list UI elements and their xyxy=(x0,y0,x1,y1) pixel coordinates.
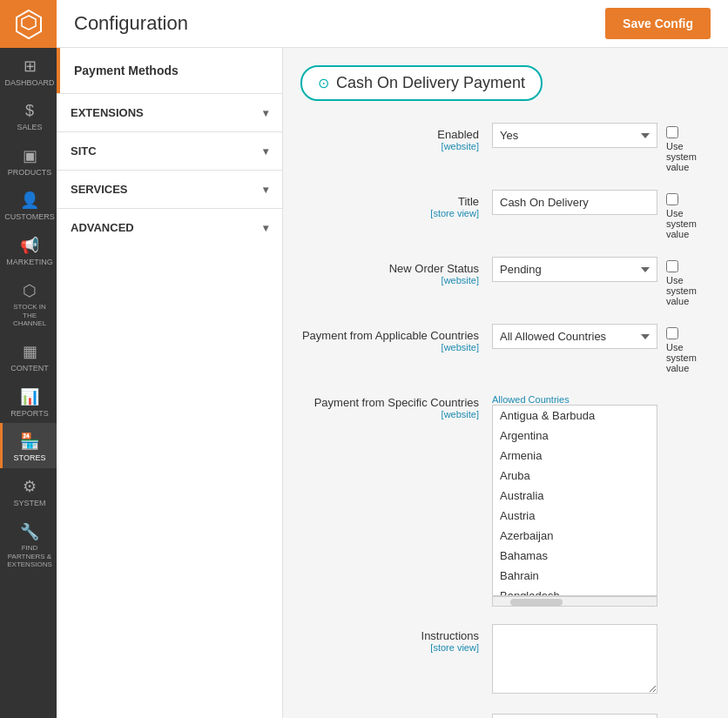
extensions-section: EXTENSIONS ▾ xyxy=(57,93,282,131)
new-order-status-system-value-label: Use system value xyxy=(666,275,711,306)
sidebar-item-label: DASHBOARD xyxy=(5,78,55,88)
instructions-label: Instructions [store view] xyxy=(300,624,492,653)
find-partners-icon: 🔧 xyxy=(20,522,39,541)
applicable-countries-system-value-wrap: Use system value xyxy=(657,324,711,373)
stock-icon: ⬡ xyxy=(23,281,37,300)
countries-listbox[interactable]: Antigua & Barbuda Argentina Armenia Arub… xyxy=(492,405,657,596)
sidebar-item-reports[interactable]: 📊 REPORTS xyxy=(0,379,57,424)
sidebar-item-find-partners[interactable]: 🔧 FIND PARTNERS & EXTENSIONS xyxy=(0,513,57,574)
section-heading[interactable]: ⊙ Cash On Delivery Payment xyxy=(300,65,543,101)
content-icon: ▦ xyxy=(23,342,37,361)
sidebar: ⊞ DASHBOARD $ SALES ▣ PRODUCTS 👤 CUSTOME… xyxy=(0,0,57,718)
horizontal-scrollbar[interactable] xyxy=(492,596,657,607)
title-system-value-checkbox[interactable] xyxy=(666,193,678,205)
content-area: Payment Methods EXTENSIONS ▾ SITC ▾ SERV… xyxy=(57,48,728,718)
applicable-countries-label: Payment from Applicable Countries [websi… xyxy=(300,324,492,352)
sidebar-item-dashboard[interactable]: ⊞ DASHBOARD xyxy=(0,48,57,93)
title-system-value-wrap: Use system value xyxy=(657,190,711,239)
sidebar-item-label: CONTENT xyxy=(10,364,49,373)
payment-methods-nav-item[interactable]: Payment Methods xyxy=(57,48,282,93)
min-order-total-input[interactable] xyxy=(492,714,657,718)
save-config-button[interactable]: Save Config xyxy=(605,8,711,39)
country-item[interactable]: Bahrain xyxy=(493,566,657,586)
sidebar-item-label: SALES xyxy=(17,123,42,132)
extensions-section-header[interactable]: EXTENSIONS ▾ xyxy=(57,94,282,131)
sidebar-item-stock-channel[interactable]: ⬡ STOCK IN THE CHANNEL xyxy=(0,272,57,333)
sidebar-item-label: STOCK IN THE CHANNEL xyxy=(7,303,52,328)
title-system-value-label: Use system value xyxy=(666,208,711,239)
marketing-icon: 📢 xyxy=(20,236,39,255)
enabled-system-value-label: Use system value xyxy=(666,141,711,172)
sitc-section-header[interactable]: SITC ▾ xyxy=(57,132,282,170)
enabled-select[interactable]: Yes No xyxy=(492,123,657,148)
applicable-countries-system-value-label: Use system value xyxy=(666,342,711,373)
country-item[interactable]: Bahamas xyxy=(493,546,657,566)
country-item[interactable]: Antigua & Barbuda xyxy=(493,406,657,426)
specific-countries-row: Payment from Specific Countries [website… xyxy=(300,391,711,607)
sidebar-item-customers[interactable]: 👤 CUSTOMERS xyxy=(0,182,57,227)
min-order-total-row: Minimum Order Total [website] xyxy=(300,714,711,718)
sidebar-item-sales[interactable]: $ SALES xyxy=(0,93,57,138)
sidebar-item-label: FIND PARTNERS & EXTENSIONS xyxy=(7,544,52,569)
services-label: SERVICES xyxy=(71,183,128,196)
country-item[interactable]: Azerbaijan xyxy=(493,526,657,546)
products-icon: ▣ xyxy=(23,146,37,165)
instructions-textarea[interactable] xyxy=(492,624,657,694)
sidebar-item-label: STORES xyxy=(14,453,46,463)
specific-countries-system-value-wrap xyxy=(657,391,711,394)
applicable-countries-system-value-checkbox[interactable] xyxy=(666,327,678,339)
scrollbar-thumb xyxy=(510,599,563,606)
sidebar-item-products[interactable]: ▣ PRODUCTS xyxy=(0,138,57,183)
sitc-section: SITC ▾ xyxy=(57,131,282,170)
sitc-chevron-icon: ▾ xyxy=(263,145,268,158)
system-icon: ⚙ xyxy=(23,477,37,496)
section-heading-text: Cash On Delivery Payment xyxy=(336,74,525,92)
services-section-header[interactable]: SERVICES ▾ xyxy=(57,171,282,208)
new-order-status-label: New Order Status [website] xyxy=(300,257,492,285)
left-nav: Payment Methods EXTENSIONS ▾ SITC ▾ SERV… xyxy=(57,48,283,718)
enabled-label: Enabled [website] xyxy=(300,123,492,151)
sidebar-item-system[interactable]: ⚙ SYSTEM xyxy=(0,468,57,513)
stores-icon: 🏪 xyxy=(20,432,39,451)
country-item[interactable]: Armenia xyxy=(493,446,657,466)
form-area: ⊙ Cash On Delivery Payment Enabled [webs… xyxy=(283,48,728,718)
sidebar-item-label: MARKETING xyxy=(6,258,53,267)
logo xyxy=(0,0,57,48)
advanced-section: ADVANCED ▾ xyxy=(57,208,282,246)
page-title: Configuration xyxy=(74,12,188,35)
reports-icon: 📊 xyxy=(20,387,39,406)
country-item[interactable]: Austria xyxy=(493,506,657,526)
country-item[interactable]: Bangladesh xyxy=(493,586,657,596)
sidebar-item-label: PRODUCTS xyxy=(8,168,52,178)
enabled-row: Enabled [website] Yes No Use system valu… xyxy=(300,123,711,172)
services-chevron-icon: ▾ xyxy=(263,184,268,196)
specific-countries-label: Payment from Specific Countries [website… xyxy=(300,391,492,419)
services-section: SERVICES ▾ xyxy=(57,170,282,208)
new-order-status-system-value-wrap: Use system value xyxy=(657,257,711,306)
title-label: Title [store view] xyxy=(300,190,492,218)
allowed-countries-note: Allowed Countries xyxy=(492,394,657,405)
customers-icon: 👤 xyxy=(20,191,39,210)
country-item[interactable]: Australia xyxy=(493,486,657,506)
sidebar-item-content[interactable]: ▦ CONTENT xyxy=(0,333,57,379)
applicable-countries-select[interactable]: All Allowed Countries Specific Countries xyxy=(492,324,657,349)
new-order-status-row: New Order Status [website] Pending Proce… xyxy=(300,257,711,306)
applicable-countries-control: All Allowed Countries Specific Countries xyxy=(492,324,657,349)
extensions-chevron-icon: ▾ xyxy=(263,107,268,119)
advanced-section-header[interactable]: ADVANCED ▾ xyxy=(57,209,282,246)
sidebar-item-marketing[interactable]: 📢 MARKETING xyxy=(0,227,57,272)
new-order-status-select[interactable]: Pending Processing Complete xyxy=(492,257,657,282)
country-item[interactable]: Aruba xyxy=(493,466,657,486)
sitc-label: SITC xyxy=(71,144,97,158)
country-item[interactable]: Argentina xyxy=(493,426,657,446)
enabled-system-value-checkbox[interactable] xyxy=(666,126,678,138)
new-order-status-system-value-checkbox[interactable] xyxy=(666,260,678,272)
payment-methods-label: Payment Methods xyxy=(74,64,179,77)
instructions-control xyxy=(492,624,657,696)
title-row: Title [store view] Use system value xyxy=(300,190,711,239)
advanced-chevron-icon: ▾ xyxy=(263,222,268,234)
sidebar-item-label: REPORTS xyxy=(10,409,48,419)
top-header: Configuration Save Config xyxy=(57,0,728,48)
sidebar-item-stores[interactable]: 🏪 STORES xyxy=(0,423,57,468)
title-input[interactable] xyxy=(492,190,657,215)
